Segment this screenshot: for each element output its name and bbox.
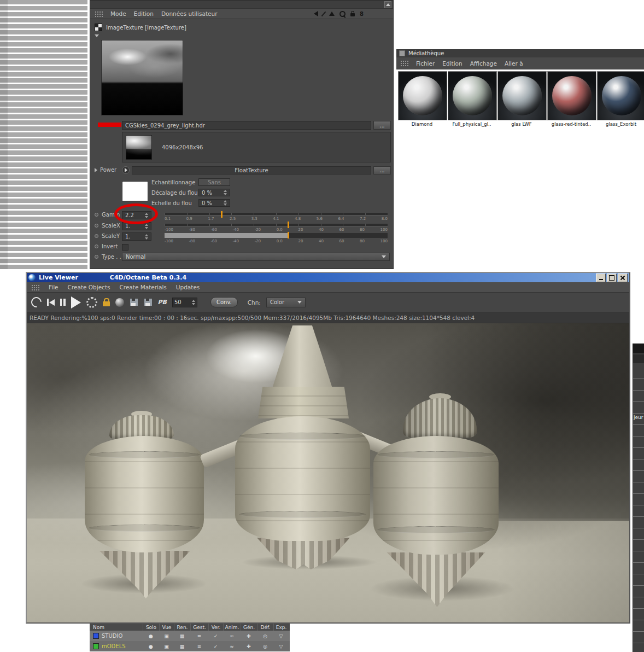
manager-toggle-icon[interactable]: ≡ xyxy=(190,631,208,641)
stepper-arrows-icon[interactable] xyxy=(145,224,148,229)
type-anim-dot[interactable] xyxy=(95,255,98,259)
texture-info-thumbnail[interactable] xyxy=(126,135,152,160)
layer-name[interactable]: mODELS xyxy=(102,643,126,649)
lock-resolution-icon[interactable] xyxy=(103,301,110,306)
parent-up-icon[interactable] xyxy=(329,11,335,16)
gamma-slider-track[interactable] xyxy=(165,213,388,216)
menu-item-updates[interactable]: Updates xyxy=(176,284,200,290)
render-toggle-icon[interactable]: ▦ xyxy=(174,631,190,641)
close-button[interactable] xyxy=(618,273,628,282)
mediatheque-titlebar[interactable]: Médiathèque xyxy=(396,49,644,57)
play-icon[interactable] xyxy=(71,296,81,308)
maximize-button[interactable] xyxy=(607,273,617,282)
material-ball-icon[interactable] xyxy=(115,298,124,307)
menu-item-file[interactable]: File xyxy=(49,284,58,290)
panel-corner-button[interactable] xyxy=(384,1,391,8)
layer-row-studio[interactable]: STUDIO ● ▣ ▦ ≡ ✓ ≈ ✚ ◎ ▽ xyxy=(90,631,290,641)
view-toggle-icon[interactable]: ▣ xyxy=(159,641,174,651)
material-thumbnail[interactable] xyxy=(497,71,547,120)
blur-scale-stepper[interactable]: 0 % xyxy=(198,199,230,207)
samples-stepper[interactable]: 50 xyxy=(172,298,197,307)
minimize-button[interactable] xyxy=(596,273,606,282)
live-viewer-titlebar[interactable]: Live Viewer C4D/Octane Beta 0.3.4 xyxy=(27,273,629,282)
pen-icon[interactable] xyxy=(321,11,326,16)
channel-dropdown[interactable]: Color xyxy=(266,298,306,307)
filename-field[interactable]: CGSkies_0294_grey_light.hdr xyxy=(122,121,371,130)
solo-toggle-icon[interactable]: ● xyxy=(143,631,159,641)
history-back-icon[interactable] xyxy=(314,11,318,16)
version-toggle-icon[interactable]: ✓ xyxy=(208,631,223,641)
deformer-toggle-icon[interactable]: ◎ xyxy=(257,631,273,641)
power-play-button[interactable] xyxy=(122,166,130,174)
layer-name[interactable]: STUDIO xyxy=(102,633,122,639)
menu-item-edition[interactable]: Edition xyxy=(134,10,154,17)
animation-toggle-icon[interactable]: ≈ xyxy=(223,641,241,651)
scalex-anim-dot[interactable] xyxy=(95,224,98,228)
menu-item-aller-a[interactable]: Aller à xyxy=(505,60,523,67)
expression-toggle-icon[interactable]: ▽ xyxy=(273,641,289,651)
stepper-arrows-icon[interactable] xyxy=(224,190,227,195)
blur-offset-stepper[interactable]: 0 % xyxy=(198,189,230,196)
scaley-slider-fill[interactable] xyxy=(165,233,289,238)
animation-toggle-icon[interactable]: ≈ xyxy=(223,631,241,641)
material-thumbnail[interactable] xyxy=(547,71,596,120)
gear-icon[interactable] xyxy=(86,297,97,308)
texture-preview[interactable] xyxy=(101,40,183,115)
render-viewport[interactable] xyxy=(27,323,629,622)
skip-start-icon[interactable] xyxy=(47,299,55,306)
expression-toggle-icon[interactable]: ▽ xyxy=(273,631,289,641)
sampling-dropdown[interactable]: Sans xyxy=(198,178,230,186)
menu-item-affichage[interactable]: Affichage xyxy=(470,60,497,67)
scaley-slider-handle[interactable] xyxy=(288,232,289,238)
save-image-icon[interactable] xyxy=(130,298,138,306)
deformer-toggle-icon[interactable]: ◎ xyxy=(257,641,273,651)
material-thumbnail[interactable] xyxy=(597,71,644,120)
material-tile[interactable]: Full_physical_gl.. xyxy=(448,71,496,127)
lock-icon[interactable] xyxy=(350,13,355,16)
layer-name-cell[interactable]: STUDIO xyxy=(90,631,143,641)
layer-color-chip[interactable] xyxy=(93,643,99,649)
menu-item-mode[interactable]: Mode xyxy=(110,10,126,17)
generator-toggle-icon[interactable]: ✚ xyxy=(241,631,257,641)
material-thumbnail[interactable] xyxy=(448,71,497,120)
solo-toggle-icon[interactable]: ● xyxy=(143,641,159,651)
grip-icon[interactable] xyxy=(400,60,408,66)
power-expander-icon[interactable] xyxy=(95,168,97,172)
color-swatch[interactable] xyxy=(122,181,148,201)
grip-icon[interactable] xyxy=(31,284,39,290)
material-tile[interactable]: glass-red-tinted.. xyxy=(547,71,595,127)
version-toggle-icon[interactable]: ✓ xyxy=(208,641,223,651)
grip-icon[interactable] xyxy=(95,11,103,17)
layer-name-cell[interactable]: mODELS xyxy=(90,641,143,651)
material-tile[interactable]: glas LWF xyxy=(497,71,546,127)
save-animation-icon[interactable] xyxy=(144,298,153,306)
browse-button[interactable]: ... xyxy=(373,121,391,130)
render-toggle-icon[interactable]: ▦ xyxy=(174,641,190,651)
menu-item-create-objects[interactable]: Create Objects xyxy=(68,284,110,290)
scaley-anim-dot[interactable] xyxy=(95,234,98,238)
menu-item-fichier[interactable]: Fichier xyxy=(416,60,435,67)
stepper-arrows-icon[interactable] xyxy=(145,234,148,240)
manager-toggle-icon[interactable]: ≡ xyxy=(190,641,208,651)
pause-icon[interactable] xyxy=(60,299,66,306)
layer-row-models[interactable]: mODELS ● ▣ ▦ ≡ ✓ ≈ ✚ ◎ ▽ xyxy=(90,641,290,651)
menu-item-create-materials[interactable]: Create Materials xyxy=(119,284,166,290)
search-icon[interactable] xyxy=(339,11,346,17)
conv-button[interactable]: Conv. xyxy=(210,297,238,307)
invert-checkbox[interactable] xyxy=(122,244,128,251)
menu-item-edition[interactable]: Edition xyxy=(442,60,462,67)
tab-count-badge[interactable]: 8 xyxy=(360,11,364,17)
preview-expander-icon[interactable] xyxy=(95,34,99,37)
material-thumbnail[interactable] xyxy=(398,71,447,120)
material-tile[interactable]: glass_Exorbit xyxy=(597,71,644,127)
invert-anim-dot[interactable] xyxy=(95,245,98,248)
view-toggle-icon[interactable]: ▣ xyxy=(159,631,174,641)
restart-render-icon[interactable] xyxy=(29,295,44,310)
gamma-anim-dot[interactable] xyxy=(95,213,98,217)
float-texture-field[interactable]: FloatTexture xyxy=(132,166,371,174)
material-tile[interactable]: Diamond xyxy=(398,71,446,127)
generator-toggle-icon[interactable]: ✚ xyxy=(241,641,257,651)
float-browse-button[interactable]: ... xyxy=(373,166,391,174)
scalex-slider-track[interactable] xyxy=(165,224,388,226)
type-dropdown[interactable]: Normal xyxy=(122,253,390,261)
